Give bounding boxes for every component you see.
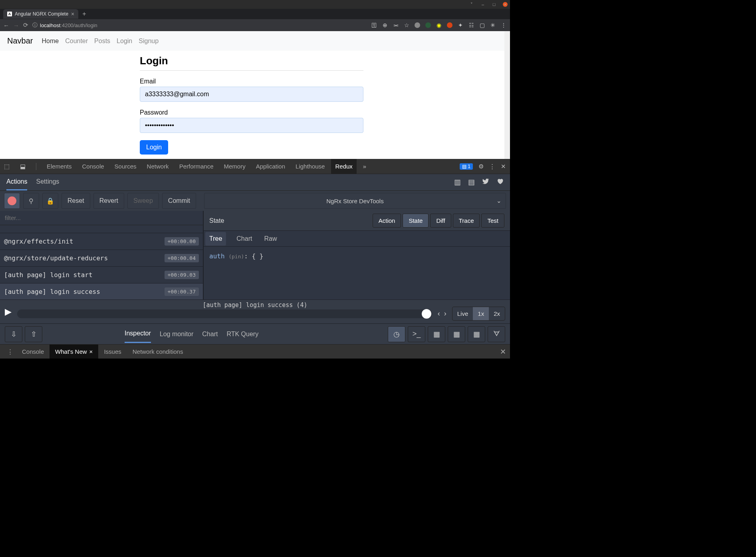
window-minimize[interactable]: –: [480, 2, 485, 7]
panel-left-icon[interactable]: ▦: [428, 326, 445, 342]
forward-button[interactable]: →: [13, 22, 19, 29]
state-tab-test[interactable]: Test: [481, 214, 504, 228]
view-tab-chart[interactable]: Chart: [235, 232, 254, 246]
speed-live[interactable]: Live: [452, 307, 473, 320]
sweep-button[interactable]: Sweep: [127, 193, 159, 209]
tab-performance[interactable]: Performance: [179, 159, 214, 174]
tab-sources[interactable]: Sources: [115, 159, 137, 174]
tab-application[interactable]: Application: [256, 159, 285, 174]
minimize-icon[interactable]: ˅: [469, 2, 474, 7]
timeline-slider[interactable]: [17, 309, 432, 318]
view-tab-tree[interactable]: Tree: [205, 232, 226, 246]
download-icon[interactable]: ⇩: [5, 326, 22, 342]
commit-button[interactable]: Commit: [162, 193, 196, 209]
drawer-tab-console[interactable]: Console: [16, 345, 50, 359]
revert-button[interactable]: Revert: [93, 193, 124, 209]
next-icon[interactable]: ›: [444, 309, 446, 318]
login-button[interactable]: Login: [140, 140, 168, 155]
action-row[interactable]: [auth page] login start +00:09.03: [0, 267, 203, 283]
address-bar[interactable]: ⓘ localhost:4200/auth/login: [32, 22, 367, 29]
tab-network[interactable]: Network: [147, 159, 169, 174]
extension-icon[interactable]: [414, 22, 421, 28]
close-icon[interactable]: ✕: [501, 163, 506, 170]
record-button[interactable]: [4, 193, 20, 209]
extension-icon[interactable]: ✳: [490, 22, 496, 28]
slider-thumb[interactable]: [422, 309, 431, 319]
window-maximize[interactable]: □: [492, 2, 496, 7]
broadcast-icon[interactable]: ᗊ: [488, 326, 505, 342]
bottom-tab-logmonitor[interactable]: Log monitor: [160, 326, 194, 343]
view-tab-raw[interactable]: Raw: [262, 232, 278, 246]
extension-icon[interactable]: ◉: [436, 22, 442, 28]
gear-icon[interactable]: ⚙: [478, 163, 484, 170]
drawer-tab-issues[interactable]: Issues: [98, 345, 127, 359]
action-row[interactable]: [auth page] login success +00:00.37: [0, 283, 203, 299]
panel-right-icon[interactable]: ▦: [448, 326, 465, 342]
key-icon[interactable]: ⚿: [371, 22, 377, 28]
browser-tab[interactable]: A Angular NGRX Complete ×: [3, 9, 78, 19]
zoom-icon[interactable]: ⊕: [382, 22, 388, 28]
speed-1x[interactable]: 1x: [473, 307, 489, 320]
nav-link-home[interactable]: Home: [42, 38, 59, 45]
speed-2x[interactable]: 2x: [489, 307, 505, 320]
action-row-partial[interactable]: [0, 225, 203, 233]
pin-icon[interactable]: ⚲: [23, 193, 39, 209]
inspect-icon[interactable]: ⬚: [4, 163, 10, 170]
nav-link-counter[interactable]: Counter: [65, 38, 88, 45]
navbar-brand[interactable]: Navbar: [7, 36, 33, 46]
new-tab-button[interactable]: +: [78, 10, 90, 18]
issues-badge[interactable]: ▤ 1: [460, 163, 473, 170]
bookmark-icon[interactable]: ☆: [403, 22, 410, 28]
menu-icon[interactable]: ⋮: [500, 22, 507, 28]
book-icon[interactable]: ▥: [454, 178, 461, 187]
profile-icon[interactable]: ▢: [479, 22, 485, 28]
password-field[interactable]: [140, 118, 363, 133]
terminal-icon[interactable]: >_: [408, 326, 425, 342]
tab-elements[interactable]: Elements: [47, 159, 72, 174]
tab-lighthouse[interactable]: Lighthouse: [296, 159, 325, 174]
actions-list[interactable]: @ngrx/effects/init +00:00.00 @ngrx/store…: [0, 225, 203, 299]
extensions-puzzle-icon[interactable]: ✦: [457, 22, 464, 28]
drawer-menu-icon[interactable]: ⋮: [4, 348, 16, 355]
lock-icon[interactable]: 🔒: [42, 193, 58, 209]
reset-button[interactable]: Reset: [62, 193, 90, 209]
kebab-icon[interactable]: ⋮: [489, 163, 495, 170]
tab-redux[interactable]: Redux: [331, 159, 356, 174]
prev-icon[interactable]: ‹: [438, 309, 440, 318]
play-icon[interactable]: ▶: [5, 307, 12, 317]
action-row[interactable]: @ngrx/store/update-reducers +00:00.04: [0, 250, 203, 267]
filter-input[interactable]: [0, 211, 203, 225]
redux-tab-settings[interactable]: Settings: [36, 174, 59, 190]
close-icon[interactable]: ×: [89, 348, 93, 355]
drawer-tab-network[interactable]: Network conditions: [127, 345, 189, 359]
device-icon[interactable]: ⬓: [20, 163, 26, 170]
bottom-tab-chart[interactable]: Chart: [202, 326, 218, 343]
panel-bottom-icon[interactable]: ▦: [468, 326, 485, 342]
nav-link-login[interactable]: Login: [117, 38, 132, 45]
upload-icon[interactable]: ⇧: [25, 326, 42, 342]
bottom-tab-inspector[interactable]: Inspector: [125, 325, 151, 343]
state-tab-action[interactable]: Action: [373, 214, 401, 228]
bottom-tab-rtk[interactable]: RTK Query: [226, 326, 258, 343]
extension-icon[interactable]: [425, 22, 431, 28]
clock-icon[interactable]: ◷: [388, 326, 405, 342]
share-icon[interactable]: ⫘: [393, 22, 399, 28]
state-tab-trace[interactable]: Trace: [453, 214, 480, 228]
state-tree[interactable]: auth (pin): { }: [204, 247, 510, 299]
redux-tab-actions[interactable]: Actions: [6, 174, 27, 190]
nav-link-posts[interactable]: Posts: [94, 38, 110, 45]
twitter-icon[interactable]: [482, 178, 489, 187]
site-info-icon[interactable]: ⓘ: [32, 22, 38, 29]
tab-memory[interactable]: Memory: [224, 159, 246, 174]
heart-icon[interactable]: [496, 178, 504, 187]
window-close[interactable]: ×: [503, 2, 508, 7]
extension-icon[interactable]: [446, 22, 453, 28]
back-button[interactable]: ←: [3, 22, 9, 29]
state-tab-diff[interactable]: Diff: [430, 214, 451, 228]
chat-icon[interactable]: ▤: [468, 178, 475, 187]
email-field[interactable]: [140, 87, 363, 102]
close-icon[interactable]: ×: [71, 11, 74, 17]
drawer-tab-whatsnew[interactable]: What's New ×: [50, 345, 98, 359]
store-selector[interactable]: NgRx Store DevTools ⌄: [204, 193, 506, 209]
nav-link-signup[interactable]: Signup: [139, 38, 159, 45]
